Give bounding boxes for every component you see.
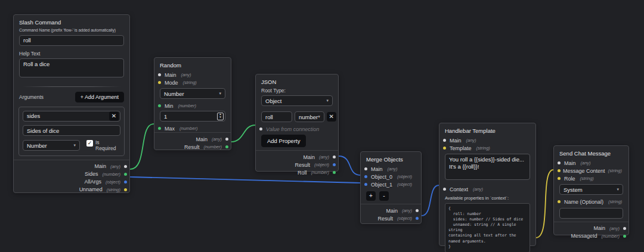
port-dot[interactable] [364,167,367,170]
input-template: Template (string) [439,144,535,152]
chevron-down-icon: ▼ [219,116,221,120]
is-required-label: Is Required [95,140,119,152]
output-main: Main (any) [554,225,628,232]
command-name-input[interactable] [19,35,124,46]
input-min: Min (number) [154,102,231,110]
outputs-section: Main (any) Result (number) [154,132,231,151]
node-title: JSON [256,79,338,85]
port-dot[interactable] [443,188,446,191]
add-object-button[interactable]: + [366,191,376,201]
number-stepper[interactable]: ▲▼ [217,113,224,120]
min-value-input[interactable]: 1 [164,113,217,120]
node-title: Send Chat Message [554,150,628,157]
port-dot[interactable] [158,81,161,84]
outputs-section: Main (any) Result (object) Roll (number) [256,150,338,176]
port-dot[interactable] [333,155,336,158]
wire-merge-result-to-handlebar-context[interactable] [422,185,439,216]
output-messageid: MessageId (number) [554,232,628,240]
input-main: Main (any) [439,136,535,144]
port-dot[interactable] [623,235,626,238]
port-dot[interactable] [558,161,561,164]
mode-dropdown[interactable]: Number ▾ [160,88,225,99]
input-object-0: Object_0 (object) [361,173,421,181]
argument-card: sides ✕ Number ▾ ✓ Is Required [18,107,125,156]
port-dot[interactable] [259,127,262,130]
port-dot[interactable] [124,181,127,183]
output-main: Main (any) [14,163,129,170]
port-dot[interactable] [558,169,561,172]
port-dot[interactable] [416,209,419,212]
remove-property-button[interactable]: ✕ [327,112,336,122]
node-title: Handlebar Template [439,127,535,134]
input-main: Main (any) [361,165,421,173]
output-main: Main (any) [154,135,231,143]
property-type-dropdown[interactable]: number ▾ [295,111,324,122]
output-main: Main (any) [256,153,338,161]
remove-object-button[interactable]: - [379,191,389,201]
port-dot[interactable] [225,145,228,148]
port-dot[interactable] [443,139,446,142]
node-merge-objects[interactable]: Merge Objects Main (any) Object_0 (objec… [360,151,422,224]
input-max: Max (number) [154,125,231,132]
port-dot[interactable] [416,217,419,220]
help-text-label: Help Text [14,51,129,57]
wire-handlebar-result-to-message-content[interactable] [536,170,553,238]
output-result: Result (object) [256,161,338,169]
port-dot[interactable] [364,175,367,178]
port-dot[interactable] [225,138,228,141]
name-input[interactable] [559,208,623,219]
node-slash-command[interactable]: Slash Command Command Name (prefix 'flow… [13,14,130,193]
node-title: Random [154,62,231,69]
port-dot[interactable] [158,127,161,130]
root-type-label: Root Type: [256,88,338,94]
chevron-down-icon: ▾ [219,91,221,96]
add-argument-button[interactable]: + Add Argument [75,92,124,102]
node-handlebar-template[interactable]: Handlebar Template Main (any) Template (… [439,123,536,246]
port-dot[interactable] [158,73,161,76]
input-property-value: Value from connection [256,125,338,133]
port-dot[interactable] [124,188,127,191]
argument-name-input[interactable]: sides [27,113,109,119]
input-context: Context (any) [439,185,535,193]
property-key-input[interactable] [261,111,292,122]
root-type-dropdown[interactable]: Object ▾ [261,95,333,106]
input-object-1: Object_1 (object) [361,181,421,188]
port-dot[interactable] [558,200,561,203]
argument-description-input[interactable] [23,125,120,136]
input-message-content: Message Content (string) [554,167,628,175]
wire-json-result-to-merge-object0[interactable] [339,156,360,175]
node-random[interactable]: Random Main (any) Mode (string) Number ▾… [154,57,231,150]
output-sides: Sides (number) [14,170,129,178]
port-dot[interactable] [623,227,626,230]
output-main: Main (any) [361,207,421,214]
add-property-button[interactable]: Add Property [261,135,306,147]
help-text-input[interactable]: Roll a dice [19,58,124,77]
port-dot[interactable] [364,183,367,186]
role-dropdown[interactable]: System ▾ [559,184,623,195]
is-required-checkbox[interactable]: ✓ [86,140,93,147]
wire-slash-allargs-to-merge-object1[interactable] [130,177,360,183]
port-dot[interactable] [124,165,127,168]
outputs-section: Main (any) MessageId (number) [554,222,628,240]
arguments-label: Arguments [19,94,44,100]
wire-random-result-to-json-value[interactable] [231,125,255,142]
chevron-down-icon: ▾ [617,187,619,192]
port-dot[interactable] [333,171,336,174]
flow-canvas[interactable]: Slash Command Command Name (prefix 'flow… [0,0,644,252]
argument-type-dropdown[interactable]: Number ▾ [23,140,80,151]
node-send-chat-message[interactable]: Send Chat Message Main (any) Message Con… [553,145,629,235]
wire-slash-sides-to-random-max[interactable] [130,124,154,169]
chevron-down-icon: ▾ [73,143,76,148]
port-dot[interactable] [333,163,336,166]
node-json[interactable]: JSON Root Type: Object ▾ number ▾ ✕ Valu… [255,74,339,172]
port-dot[interactable] [558,177,561,180]
output-unnamed: Unnamed (string) [14,186,129,194]
input-name-optional: Name (Optional) (string) [554,198,628,206]
template-input[interactable]: You roll a {{sides}}-sided die... It's a… [445,154,530,180]
port-dot[interactable] [443,147,446,150]
remove-argument-button[interactable]: ✕ [109,111,119,121]
input-main: Main (any) [154,71,231,79]
command-name-label: Command Name (prefix 'flow-' is added au… [14,28,129,32]
port-dot[interactable] [124,173,127,176]
port-dot[interactable] [158,104,161,107]
